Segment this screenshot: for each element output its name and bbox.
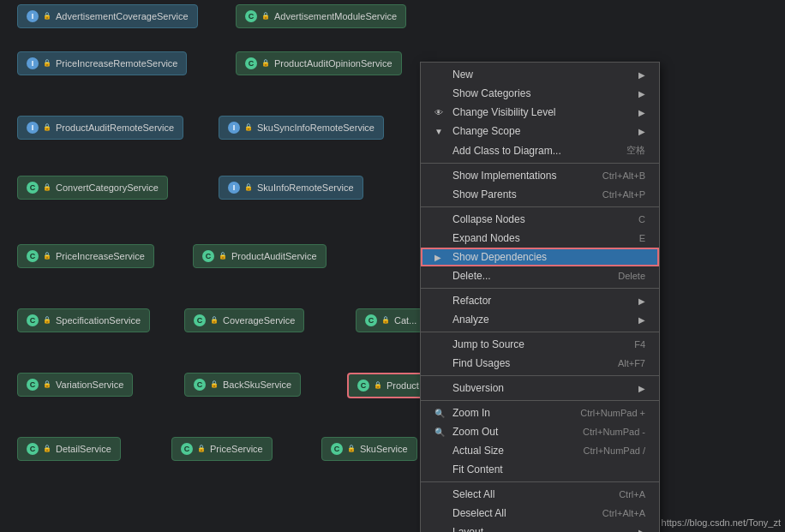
- menu-item-show-categories[interactable]: Show Categories▶: [421, 84, 659, 103]
- menu-separator: [421, 288, 659, 289]
- service-node[interactable]: C🔒ProductAuditOpinionService: [236, 51, 402, 75]
- node-lock-icon: 🔒: [261, 59, 270, 68]
- node-lock-icon: 🔒: [43, 183, 51, 192]
- menu-label-deselect-all: Deselect All: [452, 507, 506, 519]
- node-label: PriceService: [210, 444, 263, 454]
- service-node[interactable]: C🔒PriceIncreaseService: [17, 244, 154, 268]
- menu-item-show-implementations[interactable]: Show ImplementationsCtrl+Alt+B: [421, 166, 659, 185]
- menu-label-collapse-nodes: Collapse Nodes: [452, 213, 525, 225]
- menu-item-select-all[interactable]: Select AllCtrl+A: [421, 485, 659, 504]
- service-node[interactable]: I🔒SkuInfoRemoteService: [219, 176, 363, 200]
- node-type-icon: C: [245, 57, 257, 69]
- service-node[interactable]: C🔒BackSkuService: [184, 373, 301, 397]
- menu-icon-show-dependencies: ▶: [434, 253, 448, 262]
- node-label: Cat...: [394, 315, 416, 326]
- menu-separator: [421, 400, 659, 401]
- service-node[interactable]: C🔒ConvertCategoryService: [17, 176, 168, 200]
- menu-shortcut-expand-nodes: E: [639, 233, 645, 243]
- service-node[interactable]: C🔒SkuService: [321, 437, 417, 461]
- diagram-canvas: New▶Show Categories▶👁Change Visibility L…: [0, 0, 785, 532]
- service-node[interactable]: C🔒DetailService: [17, 437, 121, 461]
- node-label: Product: [387, 380, 419, 391]
- menu-item-jump-to-source[interactable]: Jump to SourceF4: [421, 335, 659, 354]
- node-lock-icon: 🔒: [43, 59, 51, 68]
- menu-arrow-subversion: ▶: [638, 384, 645, 393]
- menu-label-show-categories: Show Categories: [452, 87, 530, 99]
- menu-item-delete[interactable]: Delete...Delete: [421, 266, 659, 285]
- node-type-icon: C: [27, 182, 39, 194]
- menu-label-show-parents: Show Parents: [452, 188, 517, 200]
- menu-shortcut-select-all: Ctrl+A: [619, 489, 645, 499]
- service-node[interactable]: C🔒VariationService: [17, 373, 133, 397]
- menu-item-show-parents[interactable]: Show ParentsCtrl+Alt+P: [421, 185, 659, 204]
- menu-item-fit-content[interactable]: Fit Content: [421, 460, 659, 479]
- service-node[interactable]: C🔒ProductAuditService: [193, 244, 327, 268]
- node-type-icon: C: [27, 250, 39, 262]
- menu-item-find-usages[interactable]: Find UsagesAlt+F7: [421, 354, 659, 373]
- menu-item-show-dependencies[interactable]: ▶Show Dependencies: [421, 248, 659, 266]
- node-label: PriceIncreaseRemoteService: [56, 58, 177, 69]
- menu-item-deselect-all[interactable]: Deselect AllCtrl+Alt+A: [421, 504, 659, 523]
- menu-item-actual-size[interactable]: Actual SizeCtrl+NumPad /: [421, 441, 659, 460]
- node-label: AdvertisementCoverageService: [56, 11, 189, 21]
- menu-label-actual-size: Actual Size: [452, 445, 504, 457]
- service-node[interactable]: C🔒Product: [347, 373, 429, 398]
- menu-label-find-usages: Find Usages: [452, 357, 510, 369]
- menu-shortcut-find-usages: Alt+F7: [618, 358, 645, 368]
- node-lock-icon: 🔒: [261, 12, 270, 21]
- node-lock-icon: 🔒: [210, 380, 219, 389]
- menu-item-expand-nodes[interactable]: Expand NodesE: [421, 229, 659, 248]
- service-node[interactable]: I🔒ProductAuditRemoteService: [17, 116, 183, 140]
- menu-item-subversion[interactable]: Subversion▶: [421, 379, 659, 398]
- node-label: ProductAuditOpinionService: [274, 58, 392, 69]
- menu-label-jump-to-source: Jump to Source: [452, 338, 524, 350]
- node-label: SkuSyncInfoRemoteService: [257, 123, 375, 133]
- watermark: https://blog.csdn.net/Tony_zt: [662, 517, 781, 528]
- menu-separator: [421, 481, 659, 482]
- node-label: SpecificationService: [56, 315, 141, 326]
- menu-item-change-visibility[interactable]: 👁Change Visibility Level▶: [421, 103, 659, 122]
- service-node[interactable]: I🔒PriceIncreaseRemoteService: [17, 51, 187, 75]
- service-node[interactable]: C🔒PriceService: [171, 437, 273, 461]
- menu-item-zoom-in[interactable]: 🔍Zoom InCtrl+NumPad +: [421, 403, 659, 422]
- menu-shortcut-zoom-in: Ctrl+NumPad +: [580, 408, 645, 418]
- menu-item-analyze[interactable]: Analyze▶: [421, 310, 659, 329]
- menu-item-layout[interactable]: Layout▶: [421, 523, 659, 532]
- node-type-icon: C: [181, 443, 193, 455]
- menu-item-collapse-nodes[interactable]: Collapse NodesC: [421, 210, 659, 229]
- menu-label-new: New: [452, 69, 473, 81]
- menu-label-fit-content: Fit Content: [452, 463, 503, 475]
- node-type-icon: C: [331, 443, 343, 455]
- menu-item-refactor[interactable]: Refactor▶: [421, 291, 659, 310]
- menu-item-change-scope[interactable]: ▼Change Scope▶: [421, 122, 659, 140]
- menu-shortcut-delete: Delete: [618, 271, 645, 281]
- node-label: PriceIncreaseService: [56, 251, 145, 261]
- service-node[interactable]: C🔒SpecificationService: [17, 308, 150, 332]
- node-label: CoverageService: [223, 315, 295, 326]
- menu-item-add-class[interactable]: Add Class to Diagram...空格: [421, 140, 659, 160]
- service-node[interactable]: C🔒Cat...: [356, 308, 426, 332]
- service-node[interactable]: C🔒AdvertisementModuleService: [236, 4, 406, 28]
- menu-arrow-layout: ▶: [638, 528, 645, 533]
- node-type-icon: C: [365, 314, 377, 326]
- service-node[interactable]: I🔒SkuSyncInfoRemoteService: [219, 116, 384, 140]
- menu-item-zoom-out[interactable]: 🔍Zoom OutCtrl+NumPad -: [421, 422, 659, 441]
- node-label: ProductAuditRemoteService: [56, 123, 174, 133]
- menu-item-new[interactable]: New▶: [421, 65, 659, 84]
- menu-arrow-analyze: ▶: [638, 315, 645, 325]
- node-lock-icon: 🔒: [219, 252, 227, 260]
- menu-shortcut-add-class: 空格: [626, 144, 645, 157]
- node-type-icon: I: [27, 57, 39, 69]
- menu-separator: [421, 332, 659, 332]
- menu-label-subversion: Subversion: [452, 382, 504, 394]
- menu-arrow-refactor: ▶: [638, 296, 645, 306]
- menu-icon-change-visibility: 👁: [434, 108, 448, 117]
- service-node[interactable]: I🔒AdvertisementCoverageService: [17, 4, 198, 28]
- service-node[interactable]: C🔒CoverageService: [184, 308, 304, 332]
- node-label: VariationService: [56, 380, 123, 390]
- node-lock-icon: 🔒: [381, 316, 390, 325]
- menu-separator: [421, 163, 659, 164]
- menu-label-select-all: Select All: [452, 488, 494, 500]
- menu-label-expand-nodes: Expand Nodes: [452, 232, 520, 244]
- node-type-icon: C: [357, 380, 369, 392]
